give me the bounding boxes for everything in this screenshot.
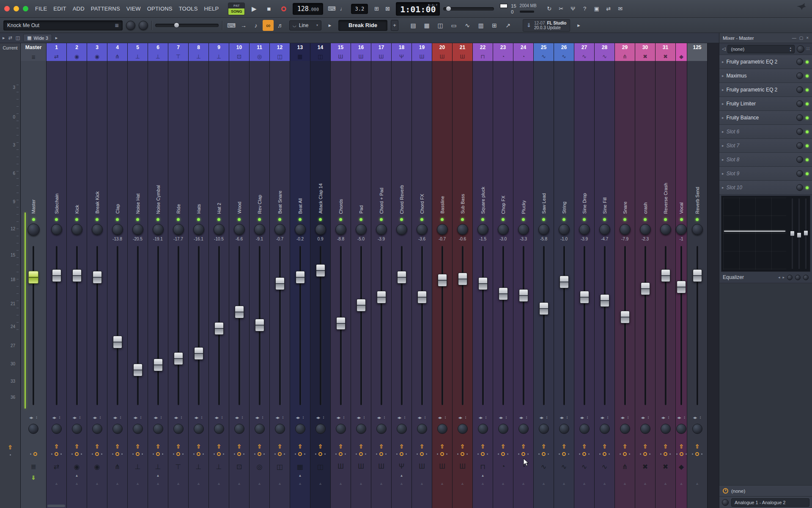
track-rec-row[interactable] [371,451,391,457]
track-stereo-sep-knob[interactable] [534,422,554,436]
fader-handle[interactable] [194,347,203,360]
track-dock-icon[interactable] [615,479,635,485]
stereo-swap-icon[interactable] [316,413,320,420]
stereo-width-icon[interactable] [505,413,507,420]
track-dock-icon[interactable] [209,479,229,485]
mixer-track-strip[interactable]: 10 ⊡ Wood -6.6 [229,43,250,508]
track-rec-row[interactable] [87,451,107,457]
track-dock-icon[interactable] [493,479,513,485]
mixer-track-strip[interactable]: 3 ◉ Break Kick [87,43,107,508]
track-stereo-controls[interactable] [615,413,635,420]
stereo-swap-icon[interactable] [215,413,219,420]
stereo-swap-icon[interactable] [519,413,523,420]
track-header[interactable]: 17 Ш [371,43,391,61]
track-enable-led[interactable] [513,216,533,222]
track-route-arrow-icon[interactable] [67,442,87,450]
stereo-width-icon[interactable] [586,413,588,420]
track-latency-clock-icon[interactable] [603,452,606,456]
track-volume-fader[interactable] [47,243,66,409]
stereo-swap-icon[interactable] [458,413,462,420]
fx-slot[interactable]: ▸ Slot 9 [719,167,812,181]
track-name-area[interactable]: String [554,61,574,216]
track-stereo-controls[interactable] [432,413,452,420]
stereo-width-icon[interactable] [221,413,223,420]
menu-item[interactable]: EDIT [53,6,66,12]
fx-slot[interactable]: ▸ Fruity Balance [719,111,812,125]
pat-song-switch[interactable]: PAT SONG [228,3,245,15]
fx-slot[interactable]: ▸ Slot 8 [719,153,812,167]
track-pan-knob[interactable] [554,222,574,237]
track-stereo-controls[interactable] [635,413,655,420]
track-stereo-sep-knob[interactable] [687,422,707,436]
track-stereo-controls[interactable] [351,413,371,420]
track-pan-knob[interactable] [371,222,391,237]
track-stereo-sep-knob[interactable] [47,422,66,436]
track-enable-led[interactable] [574,216,594,222]
track-stereo-controls[interactable] [250,413,269,420]
track-stereo-sep-knob[interactable] [615,422,635,436]
mixer-horizontal-scrollbar[interactable] [47,505,65,507]
track-stereo-sep-knob[interactable] [493,422,513,436]
track-rec-row[interactable] [513,451,533,457]
track-pan-knob[interactable] [168,222,188,237]
track-rec-row[interactable] [453,451,472,457]
slot-mix-knob[interactable] [796,86,803,93]
track-dock-icon[interactable] [656,479,675,485]
track-name-area[interactable]: Sine Fill [595,61,614,216]
track-enable-led[interactable] [676,216,687,222]
fader-handle[interactable] [600,294,609,307]
track-stereo-sep-knob[interactable] [554,422,574,436]
track-enable-led[interactable] [371,216,391,222]
track-name-area[interactable]: Sub Bass [453,61,472,216]
slot-enable-led[interactable] [806,75,809,77]
song-info-box[interactable]: Knock Me Out ▦ [3,20,123,30]
stereo-swap-icon[interactable] [113,413,117,420]
fx-slot[interactable]: ▸ Slot 7 [719,139,812,153]
snap-selector[interactable]: ◡ Line ▾ [289,20,321,30]
track-route-arrow-icon[interactable] [534,442,554,450]
close-window-button[interactable] [4,6,10,11]
track-rec-row[interactable] [310,451,330,457]
fx-slot[interactable]: ▸ Maximus [719,69,812,83]
track-name-area[interactable]: Chords [331,61,351,216]
track-route-arrow-icon[interactable] [351,442,371,450]
track-enable-led[interactable] [229,216,249,222]
track-enable-led[interactable] [554,216,574,222]
master-enable-led[interactable] [21,216,46,222]
stereo-swap-icon[interactable] [540,413,543,420]
track-rec-row[interactable] [250,451,269,457]
track-name-area[interactable]: Clap [107,61,127,216]
track-name-area[interactable]: Noise Hat [128,61,148,216]
track-enable-led[interactable] [493,216,513,222]
track-pan-knob[interactable] [148,222,168,237]
track-volume-fader[interactable] [290,243,310,409]
track-name-area[interactable]: Saw Lead [534,61,554,216]
track-pan-knob[interactable] [635,222,655,237]
track-header[interactable]: 28 ∿ [595,43,614,61]
stereo-width-icon[interactable] [282,413,284,420]
record-button[interactable] [278,3,289,14]
fx-slot[interactable]: ▸ Slot 10 [719,181,812,195]
track-stereo-sep-knob[interactable] [331,422,351,436]
track-latency-clock-icon[interactable] [440,452,444,456]
track-stereo-sep-knob[interactable] [87,422,107,436]
menu-item[interactable]: ADD [73,6,85,12]
track-dock-icon[interactable] [168,479,188,485]
track-pan-knob[interactable] [209,222,229,237]
track-pan-knob[interactable] [229,222,249,237]
mixer-track-strip[interactable]: 19 Ш Chord FX -3.6 [412,43,432,508]
stereo-width-icon[interactable] [383,413,385,420]
track-route-arrow-icon[interactable] [493,442,513,450]
stereo-swap-icon[interactable] [418,413,422,420]
track-enable-led[interactable] [595,216,614,222]
track-enable-led[interactable] [473,216,493,222]
track-volume-fader[interactable] [168,243,188,409]
chat-icon[interactable]: ✉ [615,4,625,14]
track-pan-knob[interactable] [87,222,107,237]
track-name-area[interactable]: Ride [168,61,188,216]
stereo-width-icon[interactable] [627,413,629,420]
track-route-arrow-icon[interactable] [148,442,168,450]
stop-button[interactable]: ■ [263,3,274,14]
track-pan-knob[interactable] [493,222,513,237]
stereo-width-icon[interactable] [160,413,162,420]
